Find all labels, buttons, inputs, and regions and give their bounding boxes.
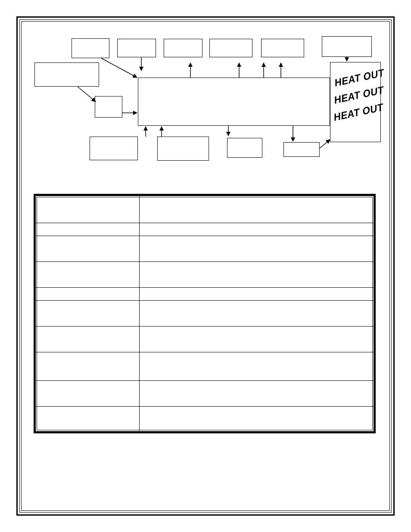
table-row (36, 287, 374, 300)
diagram-box-top-4 (209, 39, 252, 57)
table-row (36, 196, 374, 223)
diagram-box-top-2 (117, 39, 156, 57)
svg-line-0 (101, 58, 137, 78)
table-row (36, 223, 374, 236)
table-cell (36, 287, 139, 300)
table-cell (36, 352, 139, 380)
diagram-box-center (138, 78, 330, 126)
table-cell (36, 196, 139, 223)
table-row (36, 261, 374, 287)
table-cell (36, 326, 139, 352)
diagram-box-top-6 (322, 36, 372, 57)
diagram-box-bottom-2 (157, 137, 209, 161)
diagram-box-top-5 (261, 39, 304, 57)
flow-diagram: HEAT OUT HEAT OUT HEAT OUT (22, 22, 389, 168)
table-cell (36, 300, 139, 326)
svg-line-7 (78, 87, 96, 102)
diagram-box-left-upper (34, 62, 99, 87)
page: HEAT OUT HEAT OUT HEAT OUT (0, 0, 411, 532)
diagram-box-bottom-1 (90, 137, 138, 160)
table-cell (36, 380, 139, 406)
data-table-frame (34, 194, 376, 433)
table-cell (139, 223, 374, 236)
table-row (36, 406, 374, 431)
table-cell (139, 196, 374, 223)
data-table (36, 196, 374, 431)
diagram-box-top-3 (164, 39, 202, 57)
page-content: HEAT OUT HEAT OUT HEAT OUT (22, 22, 389, 510)
table-cell (139, 352, 374, 380)
table-row (36, 236, 374, 261)
table-cell (36, 406, 139, 431)
table-row (36, 380, 374, 406)
table-cell (139, 300, 374, 326)
table-cell (139, 406, 374, 431)
diagram-box-bottom-4 (283, 142, 320, 157)
table-row (36, 300, 374, 326)
svg-line-13 (320, 140, 330, 148)
diagram-box-left-lower (95, 96, 122, 118)
table-cell (139, 287, 374, 300)
table-row (36, 352, 374, 380)
table-cell (139, 236, 374, 261)
table-cell (139, 380, 374, 406)
table-row (36, 326, 374, 352)
table-cell (36, 236, 139, 261)
table-cell (139, 261, 374, 287)
table-cell (36, 261, 139, 287)
diagram-box-bottom-3 (227, 138, 262, 158)
table-cell (139, 326, 374, 352)
table-cell (36, 223, 139, 236)
diagram-box-top-1 (72, 38, 109, 58)
